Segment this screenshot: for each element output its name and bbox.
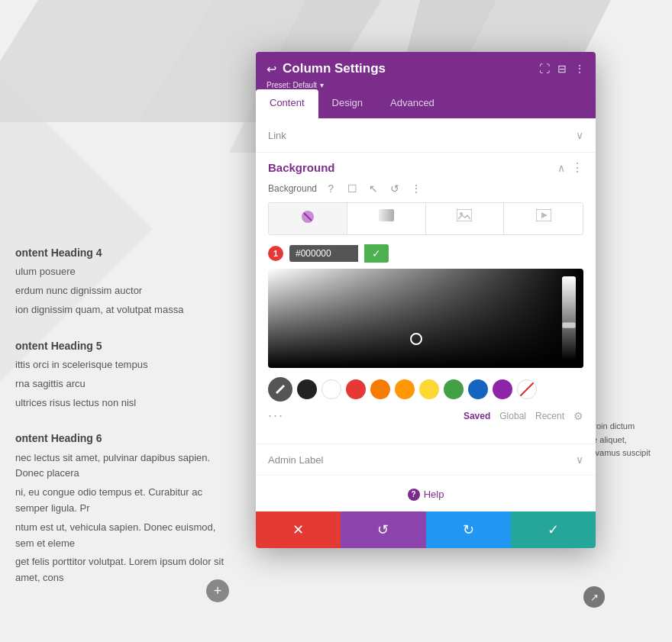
brightness-slider[interactable]: [562, 276, 576, 360]
background-controls-label: Background: [268, 183, 317, 194]
link-chevron-icon: ∨: [576, 129, 583, 141]
swatch-black[interactable]: [297, 379, 317, 399]
modal-header-actions: ⛶ ⊟ ⋮: [539, 63, 585, 75]
para-4: ittis orci in scelerisque tempus: [15, 357, 229, 373]
para-3: ion dignissim quam, at volutpat massa: [15, 302, 229, 318]
color-confirm-button[interactable]: ✓: [364, 244, 389, 263]
heading-4: ontent Heading 4: [15, 244, 229, 261]
tab-content[interactable]: Content: [256, 89, 318, 118]
heading-6: ontent Heading 6: [15, 430, 229, 447]
tab-design[interactable]: Design: [318, 89, 376, 118]
color-picker: 1 ✓: [268, 244, 583, 368]
modal-header-top: ↩ Column Settings ⛶ ⊟ ⋮: [267, 61, 585, 76]
modal-footer: ✕ ↺ ↻ ✓: [256, 511, 596, 548]
tab-saved[interactable]: Saved: [464, 411, 490, 421]
expand-icon[interactable]: ⛶: [539, 63, 550, 75]
cancel-button[interactable]: ✕: [256, 511, 341, 548]
admin-label-text: Admin Label: [268, 454, 323, 466]
swatch-row: [268, 377, 583, 402]
bg-more-icon[interactable]: ⋮: [409, 182, 424, 195]
para-1: ulum posuere: [15, 264, 229, 280]
para-6: ultrices risus lectus non nisl: [15, 395, 229, 411]
background-controls-row: Background ? ☐ ↖ ↺ ⋮: [268, 182, 583, 195]
heading-5: ontent Heading 5: [15, 337, 229, 354]
background-more-icon[interactable]: ⋮: [571, 160, 583, 175]
background-section-header: Background ∧ ⋮: [268, 160, 583, 175]
help-row: ? Help: [256, 475, 596, 511]
para-7: nec lectus sit amet, pulvinar dapibus sa…: [15, 450, 229, 482]
help-button[interactable]: ? Help: [408, 489, 444, 501]
save-button[interactable]: ✓: [511, 511, 596, 548]
help-icon: ?: [408, 489, 420, 501]
device-mobile-icon[interactable]: ☐: [344, 182, 360, 195]
collapse-icon[interactable]: ∧: [557, 162, 565, 174]
modal-title-group: ↩ Column Settings: [267, 61, 386, 76]
swatch-red[interactable]: [346, 379, 366, 399]
bg-type-video[interactable]: [504, 203, 583, 234]
tab-advanced[interactable]: Advanced: [376, 89, 448, 118]
color-hex-input[interactable]: [289, 245, 358, 262]
swatch-white[interactable]: [321, 379, 341, 399]
swatch-orange[interactable]: [395, 379, 415, 399]
gradient-canvas[interactable]: [268, 269, 583, 368]
swatch-green[interactable]: [444, 379, 464, 399]
para-8: ni, eu congue odio tempus et. Curabitur …: [15, 485, 229, 517]
bg-type-color[interactable]: [269, 203, 347, 234]
color-input-row: 1 ✓: [268, 244, 583, 263]
split-icon[interactable]: ⊟: [557, 63, 567, 75]
more-options-icon[interactable]: ⋮: [574, 63, 585, 75]
para-5: rna sagittis arcu: [15, 376, 229, 392]
redo-button[interactable]: ↻: [426, 511, 511, 548]
bg-type-image[interactable]: [426, 203, 505, 234]
para-9: ntum est ut, vehicula sapien. Donec euis…: [15, 520, 229, 552]
tab-recent[interactable]: Recent: [535, 411, 564, 421]
background-type-tabs: [268, 202, 583, 235]
swatch-blue[interactable]: [468, 379, 488, 399]
saved-settings-icon[interactable]: ⚙: [573, 410, 583, 422]
column-settings-modal: ↩ Column Settings ⛶ ⊟ ⋮ Preset: Default …: [256, 52, 596, 548]
layer-badge: 1: [268, 246, 283, 261]
swatch-orange-dark[interactable]: [370, 379, 390, 399]
link-section[interactable]: Link ∨: [256, 118, 596, 153]
background-title: Background: [268, 161, 335, 174]
more-saved-row: ··· Saved Global Recent ⚙: [268, 408, 583, 424]
saved-tabs: Saved Global Recent ⚙: [464, 410, 583, 422]
pointer-icon[interactable]: ↖: [366, 182, 381, 195]
more-swatches-button[interactable]: ···: [268, 408, 284, 424]
resize-icon[interactable]: ↗: [583, 586, 605, 608]
modal-title: Column Settings: [283, 61, 386, 76]
swatch-yellow[interactable]: [419, 379, 439, 399]
help-question-icon[interactable]: ?: [323, 182, 338, 195]
background-section-actions: ∧ ⋮: [557, 160, 583, 175]
modal-tabs: Content Design Advanced: [256, 89, 596, 118]
svg-rect-7: [457, 209, 472, 221]
swatch-purple[interactable]: [493, 379, 512, 399]
reset-bg-icon[interactable]: ↺: [387, 182, 402, 195]
add-button[interactable]: +: [206, 579, 229, 602]
tab-global[interactable]: Global: [499, 411, 526, 421]
para-10: get felis porttitor volutpat. Lorem ipsu…: [15, 554, 229, 586]
page-content-left: ontent Heading 4 ulum posuere erdum nunc…: [0, 229, 244, 605]
background-section: Background ∧ ⋮ Background ? ☐ ↖ ↺ ⋮: [256, 153, 596, 444]
pen-tool-button[interactable]: [268, 377, 292, 402]
reset-button[interactable]: ↺: [341, 511, 425, 548]
brightness-thumb[interactable]: [562, 322, 576, 328]
svg-rect-6: [379, 209, 394, 221]
para-2: erdum nunc dignissim auctor: [15, 283, 229, 299]
gradient-overlay: [268, 269, 583, 368]
modal-header: ↩ Column Settings ⛶ ⊟ ⋮ Preset: Default …: [256, 52, 596, 89]
preset-selector[interactable]: Preset: Default ▾: [267, 81, 585, 89]
admin-label-section[interactable]: Admin Label ∨: [256, 444, 596, 475]
swatch-transparent[interactable]: [517, 379, 537, 399]
bg-type-gradient[interactable]: [347, 203, 426, 234]
link-label: Link: [268, 130, 286, 141]
modal-body: Link ∨ Background ∧ ⋮ Background ? ☐ ↖ ↺…: [256, 118, 596, 511]
admin-chevron-icon: ∨: [576, 453, 583, 466]
back-icon[interactable]: ↩: [267, 62, 276, 76]
